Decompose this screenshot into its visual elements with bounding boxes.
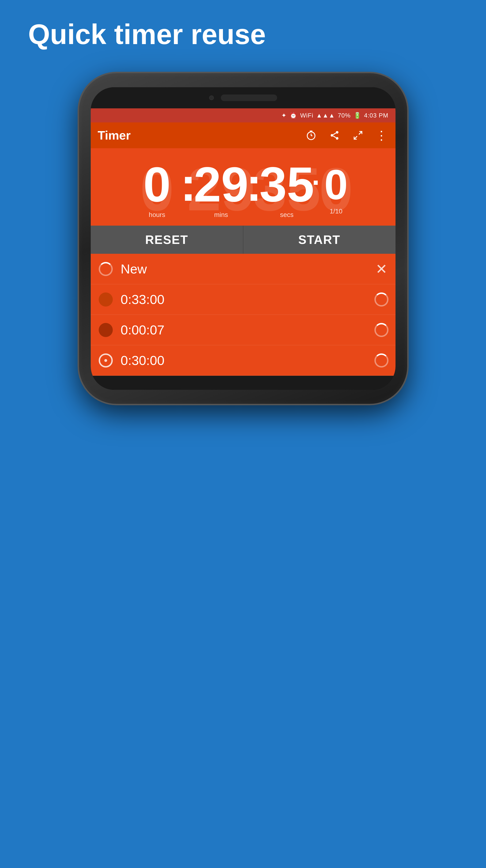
reset-button[interactable]: RESET — [91, 226, 244, 254]
seconds-digit: 35 — [259, 160, 314, 209]
tenths-digit: 0 — [317, 163, 355, 206]
btn-row: RESET START — [91, 226, 395, 254]
svg-rect-0 — [310, 131, 312, 131]
page-title: Quick timer reuse — [0, 0, 486, 64]
start-button[interactable]: START — [244, 226, 395, 254]
phone-top-bar — [91, 87, 395, 108]
list-item-action-1[interactable]: ✕ — [375, 261, 388, 277]
list-item[interactable]: 0:33:00 — [91, 284, 395, 315]
reload-icon-3[interactable] — [375, 323, 388, 337]
share-icon-btn[interactable] — [327, 128, 342, 142]
timer-icon-btn[interactable] — [304, 128, 318, 142]
reload-icon-2[interactable] — [375, 292, 388, 307]
list-item-label-3: 0:00:07 — [121, 322, 375, 338]
spinner-icon — [99, 262, 113, 276]
minutes-group[interactable]: 29 mins — [194, 160, 249, 219]
list-item-label-1: New — [121, 261, 375, 277]
phone-container: ✦ ⏰ WiFi ▲▲▲ 70% 🔋 4:03 PM Timer — [79, 73, 407, 404]
svg-line-7 — [333, 136, 336, 138]
list-item-label-2: 0:33:00 — [121, 292, 375, 307]
list-item[interactable]: New ✕ — [91, 254, 395, 284]
status-icons: ✦ ⏰ WiFi ▲▲▲ 70% 🔋 4:03 PM — [281, 112, 388, 119]
circle-outline-icon — [99, 353, 113, 368]
svg-line-8 — [359, 131, 362, 135]
reload-icon-4[interactable] — [375, 353, 388, 368]
seconds-label: secs — [280, 211, 294, 219]
status-bar: ✦ ⏰ WiFi ▲▲▲ 70% 🔋 4:03 PM — [91, 108, 395, 122]
hours-group[interactable]: 0 hours — [131, 160, 183, 219]
signal-icon: ▲▲▲ — [316, 112, 335, 119]
svg-point-5 — [336, 137, 338, 140]
list-item-icon-2 — [98, 291, 114, 307]
hours-digit: 0 — [131, 160, 183, 209]
svg-line-6 — [333, 133, 336, 135]
timer-row: 0 hours : 29 mins : 35 secs · — [95, 155, 391, 221]
phone-bottom-bar — [91, 376, 395, 390]
phone-screen-wrapper: ✦ ⏰ WiFi ▲▲▲ 70% 🔋 4:03 PM Timer — [91, 87, 395, 390]
timer-list: New ✕ 0:33:00 — [91, 254, 395, 376]
list-item-icon-1 — [98, 261, 114, 277]
minutes-label: mins — [214, 211, 228, 219]
app-title: Timer — [98, 128, 304, 142]
minutes-digit: 29 — [194, 160, 249, 209]
svg-line-9 — [354, 136, 357, 139]
list-item[interactable]: 0:30:00 — [91, 345, 395, 376]
time-display: 4:03 PM — [364, 112, 388, 119]
hours-label: hours — [149, 211, 165, 219]
phone-speaker — [221, 94, 277, 101]
battery-percent: 70% — [338, 112, 351, 119]
battery-icon: 🔋 — [354, 112, 361, 119]
list-item-icon-4 — [98, 352, 114, 368]
svg-point-4 — [330, 134, 333, 137]
circle-full-icon — [99, 292, 113, 307]
more-icon-btn[interactable]: ⋮ — [375, 128, 388, 142]
tenths-group[interactable]: 0 1/10 — [317, 163, 355, 215]
alarm-icon: ⏰ — [290, 112, 297, 119]
seconds-group[interactable]: 35 secs — [259, 160, 314, 219]
tenths-label: 1/10 — [330, 208, 343, 215]
list-item-label-4: 0:30:00 — [121, 353, 375, 368]
circle-partial-icon — [99, 323, 113, 337]
expand-icon-btn[interactable] — [351, 128, 365, 142]
svg-point-3 — [336, 131, 338, 134]
list-item-icon-3 — [98, 322, 114, 338]
bluetooth-icon: ✦ — [281, 112, 287, 119]
app-bar-icons: ⋮ — [304, 128, 388, 142]
list-item[interactable]: 0:00:07 — [91, 315, 395, 345]
phone-camera — [209, 95, 214, 100]
timer-display: 0 hours : 29 mins : 35 secs · — [91, 148, 395, 226]
wifi-icon: WiFi — [300, 112, 313, 119]
phone-outer: ✦ ⏰ WiFi ▲▲▲ 70% 🔋 4:03 PM Timer — [79, 73, 407, 404]
app-bar: Timer — [91, 122, 395, 148]
